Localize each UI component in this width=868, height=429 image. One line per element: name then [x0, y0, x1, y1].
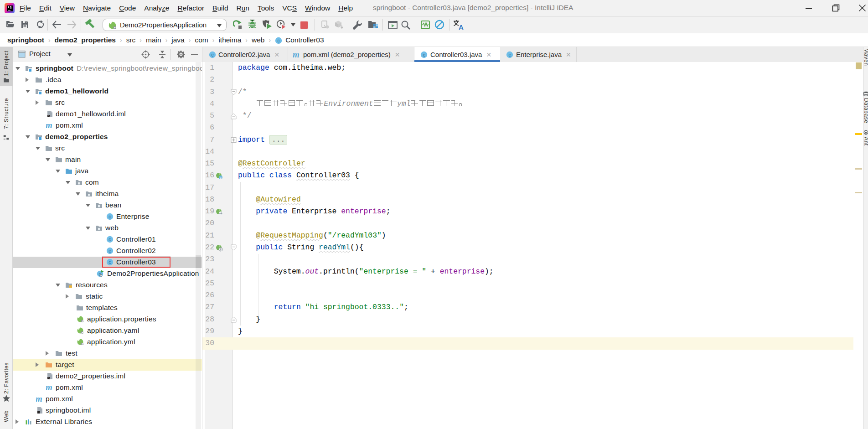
svg-text:A: A: [459, 23, 464, 31]
